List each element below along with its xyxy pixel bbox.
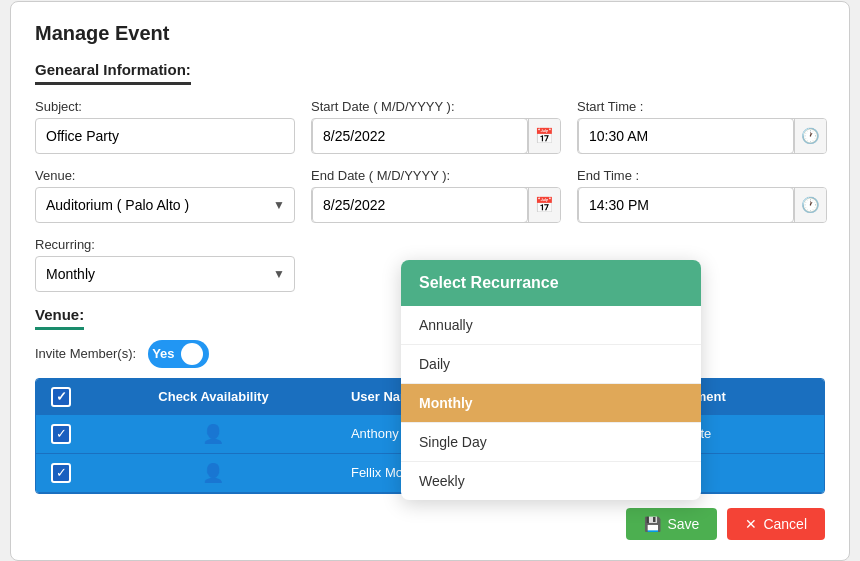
general-info-section: Genearal Information:	[35, 61, 825, 99]
dropdown-item-weekly[interactable]: Weekly	[401, 462, 701, 500]
cancel-button[interactable]: ✕ Cancel	[727, 508, 825, 540]
start-time-input[interactable]	[578, 118, 794, 154]
end-date-calendar-icon[interactable]: 📅	[528, 188, 560, 222]
venue-group: Venue: Auditorium ( Palo Alto ) ▼	[35, 168, 295, 223]
start-date-input-wrapper: 📅	[311, 118, 561, 154]
row2-checkbox[interactable]: ✓	[51, 463, 71, 483]
row1-checkbox-cell: ✓	[36, 415, 86, 454]
manage-event-modal: Manage Event Genearal Information: Subje…	[10, 1, 850, 561]
end-date-input[interactable]	[312, 187, 528, 223]
recurring-group: Recurring: Monthly ▼	[35, 237, 295, 292]
end-time-input-wrapper: 🕐	[577, 187, 827, 223]
subject-group: Subject:	[35, 99, 295, 154]
col-checkbox: ✓	[36, 379, 86, 415]
dropdown-item-annually[interactable]: Annually	[401, 306, 701, 345]
subject-label: Subject:	[35, 99, 295, 114]
subject-input[interactable]	[35, 118, 295, 154]
modal-title: Manage Event	[35, 22, 825, 45]
row1-user-icon: 👤	[202, 424, 224, 444]
recurring-label: Recurring:	[35, 237, 295, 252]
end-date-label: End Date ( M/D/YYYY ):	[311, 168, 561, 183]
save-label: Save	[667, 516, 699, 532]
row1-checkbox[interactable]: ✓	[51, 424, 71, 444]
recurring-select-wrapper: Monthly ▼	[35, 256, 295, 292]
venue-section-title: Venue:	[35, 306, 84, 330]
dropdown-item-singleday[interactable]: Single Day	[401, 423, 701, 462]
row2-checkbox-cell: ✓	[36, 453, 86, 492]
start-date-calendar-icon[interactable]: 📅	[528, 119, 560, 153]
end-time-group: End Time : 🕐	[577, 168, 827, 223]
venue-label: Venue:	[35, 168, 295, 183]
end-date-group: End Date ( M/D/YYYY ): 📅	[311, 168, 561, 223]
venue-select[interactable]: Auditorium ( Palo Alto )	[35, 187, 295, 223]
start-time-group: Start Time : 🕐	[577, 99, 827, 154]
dropdown-item-daily[interactable]: Daily	[401, 345, 701, 384]
save-button[interactable]: 💾 Save	[626, 508, 717, 540]
recurring-select[interactable]: Monthly	[35, 256, 295, 292]
toggle-circle	[181, 343, 203, 365]
row1-availability-cell: 👤	[86, 415, 341, 454]
recurrence-dropdown: Select Recurrance Annually Daily Monthly…	[401, 260, 701, 500]
form-row-1: Subject: Start Date ( M/D/YYYY ): 📅 Star…	[35, 99, 825, 154]
toggle-label: Yes	[152, 346, 174, 361]
start-date-label: Start Date ( M/D/YYYY ):	[311, 99, 561, 114]
footer: 💾 Save ✕ Cancel	[35, 508, 825, 540]
start-date-input[interactable]	[312, 118, 528, 154]
row2-availability-cell: 👤	[86, 453, 341, 492]
dropdown-item-monthly[interactable]: Monthly	[401, 384, 701, 423]
cancel-icon: ✕	[745, 516, 757, 532]
start-time-label: Start Time :	[577, 99, 827, 114]
cancel-label: Cancel	[763, 516, 807, 532]
general-section-title: Genearal Information:	[35, 61, 191, 85]
col-availability: Check Availability	[86, 379, 341, 415]
start-time-clock-icon[interactable]: 🕐	[794, 119, 826, 153]
save-icon: 💾	[644, 516, 661, 532]
header-checkbox[interactable]: ✓	[51, 387, 71, 407]
row2-user-icon: 👤	[202, 463, 224, 483]
invite-label: Invite Member(s):	[35, 346, 136, 361]
end-date-input-wrapper: 📅	[311, 187, 561, 223]
end-time-input[interactable]	[578, 187, 794, 223]
end-time-label: End Time :	[577, 168, 827, 183]
dropdown-header: Select Recurrance	[401, 260, 701, 306]
start-date-group: Start Date ( M/D/YYYY ): 📅	[311, 99, 561, 154]
end-time-clock-icon[interactable]: 🕐	[794, 188, 826, 222]
invite-toggle[interactable]: Yes	[148, 340, 208, 368]
venue-select-wrapper: Auditorium ( Palo Alto ) ▼	[35, 187, 295, 223]
form-row-2: Venue: Auditorium ( Palo Alto ) ▼ End Da…	[35, 168, 825, 223]
start-time-input-wrapper: 🕐	[577, 118, 827, 154]
